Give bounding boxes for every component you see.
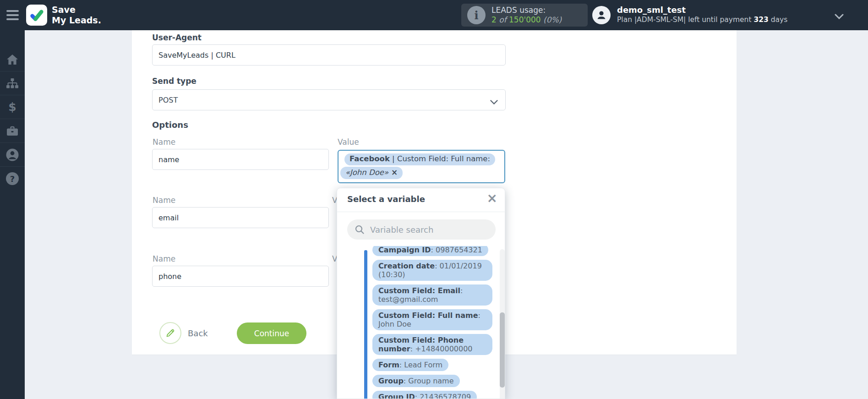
pencil-icon bbox=[165, 328, 175, 338]
search-icon bbox=[355, 225, 364, 234]
usage-label: LEADS usage: bbox=[491, 5, 562, 15]
close-icon[interactable]: × bbox=[487, 191, 497, 206]
sidebar-item-services[interactable] bbox=[0, 119, 25, 143]
brand-name: Save My Leads. bbox=[52, 5, 101, 26]
account-name: demo_sml_test bbox=[617, 5, 787, 15]
remove-tag-icon[interactable]: × bbox=[391, 168, 398, 177]
avatar bbox=[592, 6, 611, 24]
dollar-icon: $ bbox=[8, 100, 16, 114]
sitemap-icon bbox=[6, 78, 18, 88]
person-circle-icon bbox=[5, 148, 19, 162]
sidebar-item-account[interactable] bbox=[0, 143, 25, 167]
checkmark-icon bbox=[27, 6, 46, 24]
name-label-1: Name bbox=[153, 137, 175, 147]
info-icon: i bbox=[467, 6, 486, 24]
variable-option[interactable]: Custom Field: Phone number+14840000000 bbox=[372, 334, 492, 355]
user-icon bbox=[595, 9, 607, 21]
question-icon: ? bbox=[6, 172, 19, 185]
scrollbar-thumb[interactable] bbox=[500, 312, 505, 388]
briefcase-icon bbox=[6, 126, 18, 136]
panel-title: Select a variable bbox=[347, 194, 425, 204]
sidebar-item-connections[interactable] bbox=[0, 71, 25, 95]
value-label-1: Value bbox=[338, 137, 359, 147]
brand-line2: My Leads. bbox=[52, 15, 101, 26]
variable-option[interactable]: Custom Field: Emailtest@gmail.com bbox=[372, 284, 492, 306]
divider bbox=[337, 212, 505, 212]
option-value-field-1[interactable]: Facebook | Custom Field: Full name: «Joh… bbox=[338, 150, 505, 183]
variable-option[interactable]: Campaign ID0987654321 bbox=[372, 246, 488, 256]
send-type-value: POST bbox=[158, 96, 178, 104]
continue-button[interactable]: Continue bbox=[237, 322, 306, 344]
home-icon bbox=[6, 54, 18, 65]
send-type-select[interactable]: POST bbox=[152, 89, 506, 110]
option-name-input-1[interactable] bbox=[152, 149, 329, 170]
name-label-3: Name bbox=[153, 254, 175, 263]
variable-tag-line2: «John Doe»× bbox=[340, 167, 403, 179]
chevron-down-icon bbox=[490, 98, 498, 107]
left-sidebar: $ ? bbox=[0, 30, 25, 399]
sidebar-item-billing[interactable]: $ bbox=[0, 95, 25, 119]
name-label-2: Name bbox=[153, 196, 175, 205]
sidebar-item-home[interactable] bbox=[0, 48, 25, 71]
account-plan: Plan |ADM-SML-SM| left until payment 323… bbox=[617, 15, 787, 24]
group-indicator-bar bbox=[364, 250, 367, 399]
brand-line1: Save bbox=[52, 5, 101, 15]
user-agent-input[interactable] bbox=[152, 44, 506, 66]
chevron-down-icon[interactable] bbox=[835, 12, 844, 21]
sidebar-item-help[interactable]: ? bbox=[0, 167, 25, 191]
app-screen: Save My Leads. i LEADS usage: 2 of 150'0… bbox=[0, 0, 868, 399]
scrollbar-track[interactable] bbox=[500, 249, 505, 399]
options-heading: Options bbox=[152, 120, 188, 130]
send-type-label: Send type bbox=[152, 77, 197, 86]
variable-option[interactable]: Custom Field: Full nameJohn Doe bbox=[372, 309, 492, 330]
variable-option[interactable]: FormLead Form bbox=[372, 359, 448, 371]
back-button[interactable]: Back bbox=[159, 322, 208, 344]
variable-option[interactable]: GroupGroup name bbox=[372, 375, 460, 387]
user-agent-label: User-Agent bbox=[152, 33, 202, 42]
option-name-input-3[interactable] bbox=[152, 266, 329, 287]
hamburger-menu-icon[interactable] bbox=[6, 10, 19, 20]
variable-search-input[interactable] bbox=[370, 225, 485, 235]
variable-option[interactable]: Group ID21436578709 bbox=[372, 391, 477, 399]
variable-tag-line1: Facebook | Custom Field: Full name: bbox=[344, 153, 495, 165]
option-name-input-2[interactable] bbox=[152, 207, 329, 228]
account-menu[interactable]: demo_sml_test Plan |ADM-SML-SM| left unt… bbox=[592, 6, 787, 24]
brand-logo[interactable] bbox=[26, 5, 47, 26]
leads-usage-badge[interactable]: i LEADS usage: 2 of 150'000 (0%) bbox=[461, 4, 588, 27]
back-label: Back bbox=[188, 328, 208, 338]
usage-value: 2 of 150'000 (0%) bbox=[491, 15, 562, 25]
variable-option[interactable]: Creation date01/01/2019 (10:30) bbox=[372, 260, 492, 281]
variable-list: Campaign ID0987654321 Creation date01/01… bbox=[337, 246, 505, 399]
top-header: Save My Leads. i LEADS usage: 2 of 150'0… bbox=[0, 0, 868, 30]
variable-search-box[interactable] bbox=[347, 219, 496, 240]
select-variable-panel: Select a variable × Campaign ID098765432… bbox=[337, 188, 505, 399]
